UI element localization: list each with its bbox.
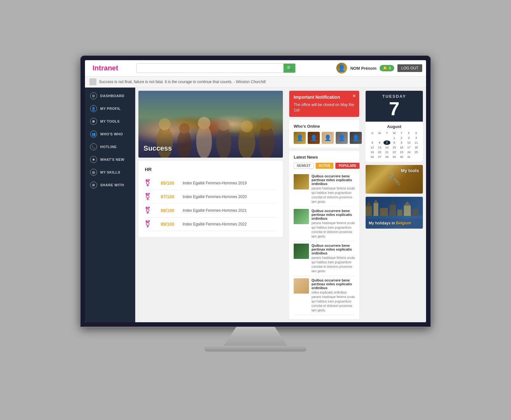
news-item-2[interactable]: Quibus occurrere bene pertinax miles exp…: [294, 241, 355, 276]
calendar-day-22[interactable]: 22: [391, 150, 398, 154]
news-item-1[interactable]: Quibus occurrere bene pertinax miles exp…: [294, 207, 355, 241]
topbar-right: 👤 NOM Prénom 🔔 8 LOG OUT: [336, 63, 422, 74]
calendar-day-28[interactable]: 28: [383, 155, 390, 159]
hr-card: HR ⚧ 85/100 Index Egalité Femmes-Hommes …: [138, 161, 283, 237]
news-item-0[interactable]: Quibus occurrere bene pertinax miles exp…: [294, 172, 355, 207]
calendar-day-29[interactable]: 29: [391, 155, 398, 159]
content-area: Success HR ⚧ 85/100 Index Egalité Femmes…: [135, 88, 426, 322]
sidebar-item-my-skills[interactable]: ◎MY SKILLS: [85, 166, 135, 179]
calendar-day-11[interactable]: 11: [413, 140, 420, 145]
bell-icon: 🔔: [383, 66, 388, 70]
notification-badge[interactable]: 🔔 8: [380, 65, 394, 71]
news-thumb-2: [294, 244, 309, 259]
online-avatar-1[interactable]: 👤: [294, 132, 306, 144]
news-tab-populare[interactable]: POPULARE: [335, 163, 360, 169]
online-avatar-5[interactable]: 👤: [350, 132, 362, 144]
sidebar-label-whats-new: WHAT'S NEW: [100, 158, 124, 161]
calendar-day-13[interactable]: 13: [376, 145, 383, 150]
holidays-widget[interactable]: My holidays in Belgium: [366, 197, 423, 229]
sidebar-item-dashboard[interactable]: ⊙DASHBOARD: [85, 89, 135, 102]
hr-score-2: 88/100: [161, 208, 178, 213]
calendar-day-24[interactable]: 24: [405, 150, 412, 154]
calendar-day-2[interactable]: 2: [398, 136, 405, 140]
hr-score-1: 87/100: [161, 194, 178, 199]
sidebar-item-whats-new[interactable]: ★WHAT'S NEW: [85, 153, 135, 166]
calendar-day-6[interactable]: 6: [376, 140, 383, 145]
news-title-1: Quibus occurrere bene pertinax miles exp…: [312, 209, 355, 220]
svg-rect-24: [413, 209, 418, 216]
calendar-day-14[interactable]: 14: [383, 145, 390, 150]
calendar-day-4[interactable]: 4: [413, 136, 420, 140]
calendar-day-3[interactable]: 3: [405, 136, 412, 140]
calendar-day-9[interactable]: 9: [398, 140, 405, 145]
calendar-day-21[interactable]: 21: [383, 150, 390, 154]
svg-rect-19: [389, 205, 396, 216]
calendar-empty-cell: [376, 136, 383, 140]
calendar-day-26[interactable]: 26: [369, 155, 376, 159]
whos-online-card: Who's Online 👤 👤 👤 👤 👤: [289, 120, 359, 148]
news-item-3[interactable]: Quibus occurrere bene pertinax miles exp…: [294, 276, 355, 315]
news-content-3: Quibus occurrere bene pertinax miles exp…: [312, 278, 355, 313]
calendar-day-10[interactable]: 10: [405, 140, 412, 145]
sidebar-item-whos-who[interactable]: 👥WHO'S WHO: [85, 128, 135, 140]
sidebar-icon-share-with: ⊘: [90, 182, 97, 189]
user-name: NOM Prénom: [350, 66, 376, 71]
search-button[interactable]: 🔍: [284, 64, 295, 73]
sidebar-item-share-with[interactable]: ⊘SHARE WITH: [85, 179, 135, 191]
calendar-day-15[interactable]: 15: [391, 145, 398, 150]
calendar-day-1[interactable]: 1: [391, 136, 398, 140]
svg-point-0: [157, 126, 173, 158]
calendar-day-23[interactable]: 23: [398, 150, 405, 154]
calendar-day-19[interactable]: 19: [369, 150, 376, 154]
sidebar-label-dashboard: DASHBOARD: [100, 94, 124, 98]
calendar-header-cell: W: [391, 131, 398, 135]
notification-close[interactable]: ✕: [352, 93, 356, 98]
calendar-day-31[interactable]: 31: [405, 155, 412, 159]
sidebar-label-my-profil: MY PROFIL: [100, 107, 121, 110]
calendar-day-30[interactable]: 30: [398, 155, 405, 159]
calendar-day-27[interactable]: 27: [376, 155, 383, 159]
calendar-day-12[interactable]: 12: [369, 145, 376, 150]
quote-icon: [89, 78, 96, 85]
hr-label-0: Index Egalité Femmes-Hommes 2019: [183, 181, 247, 185]
svg-rect-25: [366, 216, 423, 217]
svg-point-11: [260, 118, 273, 130]
svg-rect-14: [366, 206, 372, 216]
news-thumb-1: [294, 209, 309, 224]
holidays-label-pre: My holidays in: [369, 221, 395, 225]
calendar-day-7[interactable]: 7: [383, 140, 390, 145]
sidebar-item-my-profil[interactable]: 👤MY PROFIL: [85, 102, 135, 115]
app-logo: Intranet: [89, 63, 133, 74]
quote-author: Winston Churchill: [236, 80, 265, 84]
calendar-day-8[interactable]: 8: [391, 140, 398, 145]
online-avatar-3[interactable]: 👤: [322, 132, 334, 144]
calendar-month-section: August SMTWTFS12345678910111213141516171…: [366, 122, 423, 162]
news-text-1: parans hastisque feriens scuta qui habit…: [312, 221, 355, 239]
calendar-day-17[interactable]: 17: [405, 145, 412, 150]
svg-rect-16: [374, 203, 378, 216]
calendar-day-20[interactable]: 20: [376, 150, 383, 154]
logout-button[interactable]: LOG OUT: [397, 64, 422, 72]
calendar-day-number: 7: [369, 99, 420, 118]
search-input[interactable]: [137, 64, 284, 73]
news-tab-newest[interactable]: NEWEST: [294, 163, 314, 169]
sidebar-label-my-skills: MY SKILLS: [100, 170, 120, 174]
news-thumb-3: [294, 278, 309, 294]
gender-icon-1: ⚧: [145, 193, 156, 201]
online-avatar-4[interactable]: 👤: [336, 132, 348, 144]
svg-point-1: [159, 118, 171, 130]
calendar-day-25[interactable]: 25: [413, 150, 420, 154]
calendar-day-18[interactable]: 18: [413, 145, 420, 150]
calendar-card: TUESDAY 7 August SMTWTFS1234567891011121…: [366, 91, 423, 162]
news-title-2: Quibus occurrere bene pertinax miles exp…: [312, 244, 355, 255]
calendar-day-16[interactable]: 16: [398, 145, 405, 150]
hr-row-1: ⚧ 87/100 Index Egalité Femmes-Hommes 202…: [145, 190, 276, 204]
news-tab-active[interactable]: ACTIVE: [316, 163, 334, 169]
online-avatar-2[interactable]: 👤: [308, 132, 320, 144]
svg-rect-18: [380, 208, 388, 216]
calendar-day-5[interactable]: 5: [369, 140, 376, 145]
sidebar-item-my-tools[interactable]: ⊗MY TOOLS: [85, 115, 135, 128]
hr-score-0: 85/100: [161, 181, 178, 186]
my-tools-widget[interactable]: 🔧 My tools: [366, 165, 423, 194]
sidebar-item-hotline[interactable]: 📞HOTLINE: [85, 140, 135, 153]
